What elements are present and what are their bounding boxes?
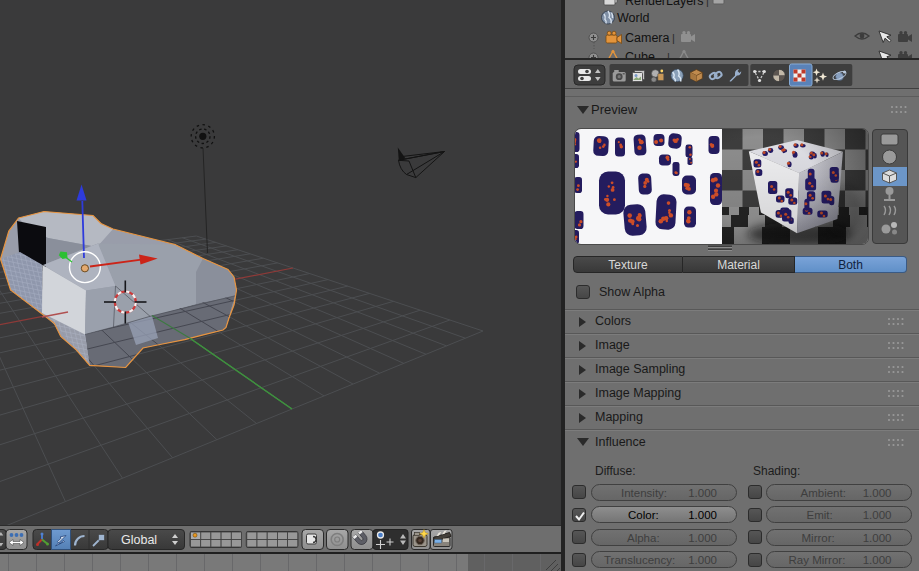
svg-text:RenderLayers: RenderLayers [625, 0, 704, 8]
svg-text:Global: Global [121, 533, 157, 547]
svg-text:|: | [672, 32, 675, 44]
svg-text:|: | [667, 51, 670, 58]
svg-text:Cube: Cube [625, 50, 655, 58]
svg-text:Camera: Camera [625, 31, 670, 45]
svg-text:|: | [706, 0, 709, 7]
svg-text:World: World [617, 11, 649, 25]
